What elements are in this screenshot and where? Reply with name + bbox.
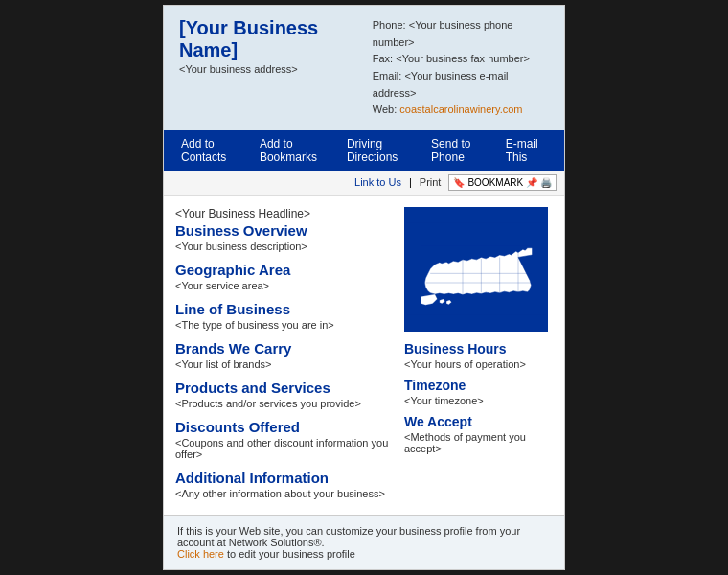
business-address: <Your business address> [179,63,373,75]
section-desc-geographic: <Your service area> [175,280,393,291]
link-to-us[interactable]: Link to Us [354,176,401,188]
business-name: [Your Business Name] [179,17,373,61]
bookmark-icon: 🔖 [453,177,465,188]
web-label: Web: [373,104,397,115]
fax-info: Fax: <Your business fax number> [373,51,549,68]
right-title-hours: Business Hours [404,341,553,356]
print-link[interactable]: Print [420,176,442,188]
right-title-accept: We Accept [404,414,553,429]
toolbar: Link to Us | Print 🔖 BOOKMARK 📌 🖨️ [164,171,564,196]
header-right: Phone: <Your business phone number> Fax:… [373,17,549,119]
bookmark-icons: 📌 🖨️ [526,177,552,188]
nav-driving-directions[interactable]: Driving Directions [337,130,421,171]
footer-link-suffix: to edit your business profile [224,548,355,560]
nav-bar: Add to Contacts Add to Bookmarks Driving… [164,130,564,171]
section-desc-lob: <The type of business you are in> [175,319,393,331]
section-title-lob: Line of Business [175,301,393,317]
footer-main-text: If this is your Web site, you can custom… [177,525,520,548]
email-label: Email: [373,70,402,81]
nav-email-this[interactable]: E-mail This [496,130,557,171]
right-col: Business Hours <Your hours of operation>… [404,207,553,503]
section-desc-discounts: <Coupons and other discount information … [175,437,393,460]
header: [Your Business Name] <Your business addr… [164,6,564,130]
section-title-discounts: Discounts Offered [175,419,393,435]
fax-label: Fax: [373,53,393,64]
toolbar-separator: | [409,176,412,188]
edit-profile-link[interactable]: Click here [177,548,224,560]
bookmark-label: BOOKMARK [467,177,523,188]
nav-send-to-phone[interactable]: Send to Phone [421,130,496,171]
section-title-additional: Additional Information [175,470,393,486]
phone-label: Phone: [373,19,406,31]
us-map-container [404,207,548,332]
web-info: Web: coastalcarolinawinery.com [373,102,549,119]
section-title-overview: Business Overview [175,222,393,239]
section-desc-products: <Products and/or services you provide> [175,398,393,409]
email-info: Email: <Your business e-mail address> [373,68,549,102]
right-desc-timezone: <Your timezone> [404,395,553,406]
section-title-brands: Brands We Carry [175,340,393,356]
header-left: [Your Business Name] <Your business addr… [179,17,373,75]
section-title-geographic: Geographic Area [175,262,393,278]
nav-add-bookmarks[interactable]: Add to Bookmarks [250,130,337,171]
main-content: <Your Business Headline> Business Overvi… [164,196,564,515]
footer-text: If this is your Web site, you can custom… [177,525,551,548]
business-headline: <Your Business Headline> [175,207,393,220]
right-desc-accept: <Methods of payment you accept> [404,431,553,454]
nav-add-contacts[interactable]: Add to Contacts [171,130,250,171]
fax-value: <Your business fax number> [396,53,530,64]
us-map-svg [407,209,546,329]
right-desc-hours: <Your hours of operation> [404,358,553,370]
footer: If this is your Web site, you can custom… [164,515,564,569]
bookmark-box[interactable]: 🔖 BOOKMARK 📌 🖨️ [448,174,557,191]
section-desc-brands: <Your list of brands> [175,358,393,370]
footer-link-line: Click here to edit your business profile [177,548,551,560]
left-col: <Your Business Headline> Business Overvi… [175,207,393,503]
phone-info: Phone: <Your business phone number> [373,17,549,51]
web-link[interactable]: coastalcarolinawinery.com [399,104,522,115]
page-wrapper: [Your Business Name] <Your business addr… [163,5,565,570]
section-desc-additional: <Any other information about your busine… [175,488,393,499]
section-title-products: Products and Services [175,380,393,396]
section-desc-overview: <Your business description> [175,241,393,252]
right-title-timezone: Timezone [404,378,553,393]
